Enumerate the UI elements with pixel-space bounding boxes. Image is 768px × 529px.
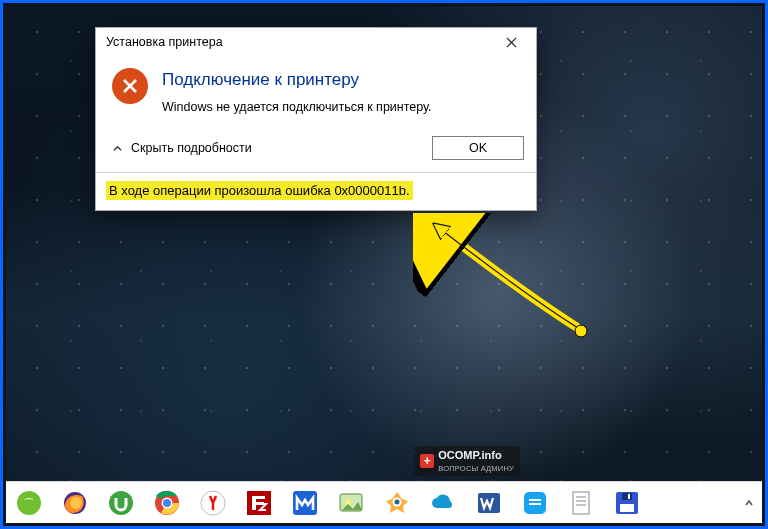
chevron-up-icon <box>112 143 123 154</box>
taskbar-firefox[interactable] <box>60 488 90 518</box>
tray-chevron-icon <box>744 496 754 510</box>
dialog-actions: Скрыть подробности OK <box>96 128 536 170</box>
firefox-icon <box>62 490 88 516</box>
xnview-icon <box>384 490 410 516</box>
watermark-badge: + OCOMP.info ВОПРОСЫ АДМИНУ <box>414 446 520 476</box>
ok-button-label: OK <box>469 141 487 155</box>
svg-point-19 <box>395 499 400 504</box>
svg-rect-23 <box>529 503 541 505</box>
taskbar-start[interactable] <box>14 488 44 518</box>
hide-details-toggle[interactable]: Скрыть подробности <box>112 141 252 155</box>
watermark-line2: ВОПРОСЫ АДМИНУ <box>438 464 514 473</box>
yandex-icon <box>200 490 226 516</box>
word-icon <box>476 490 502 516</box>
dialog-message: Windows не удается подключиться к принте… <box>162 100 432 114</box>
malwarebytes-icon <box>292 490 318 516</box>
hide-details-label: Скрыть подробности <box>131 141 252 155</box>
taskbar <box>6 481 762 523</box>
svg-rect-24 <box>573 492 589 514</box>
svg-rect-31 <box>628 494 630 499</box>
taskbar-utorrent[interactable] <box>106 488 136 518</box>
error-icon <box>112 68 148 104</box>
cloud-icon <box>430 490 456 516</box>
start-icon <box>16 490 42 516</box>
watermark-plus-icon: + <box>420 454 434 468</box>
taskbar-onedrive[interactable] <box>428 488 458 518</box>
floppy-icon <box>614 490 640 516</box>
taskbar-savedisk[interactable] <box>612 488 642 518</box>
chrome-icon <box>154 490 180 516</box>
svg-point-12 <box>163 499 171 507</box>
taskbar-word[interactable] <box>474 488 504 518</box>
filezilla-icon <box>246 490 272 516</box>
document-icon <box>568 490 594 516</box>
screenshot-frame: Установка принтера Подключение к принтер… <box>0 0 768 529</box>
svg-point-6 <box>17 491 41 515</box>
dialog-heading: Подключение к принтеру <box>162 70 432 90</box>
chat-icon <box>522 490 548 516</box>
watermark-line1: OCOMP.info <box>438 449 501 461</box>
details-pane: В ходе операции произошла ошибка 0x00000… <box>96 173 536 210</box>
close-icon <box>506 37 517 48</box>
system-tray[interactable] <box>744 496 754 510</box>
taskbar-notepad[interactable] <box>566 488 596 518</box>
dialog-title: Установка принтера <box>106 35 223 49</box>
taskbar-malwarebytes[interactable] <box>290 488 320 518</box>
utorrent-icon <box>108 490 134 516</box>
svg-rect-22 <box>529 499 541 501</box>
svg-point-8 <box>70 497 82 509</box>
close-button[interactable] <box>492 31 530 53</box>
taskbar-filezilla[interactable] <box>244 488 274 518</box>
taskbar-paint[interactable] <box>336 488 366 518</box>
taskbar-chrome[interactable] <box>152 488 182 518</box>
error-detail-text: В ходе операции произошла ошибка 0x00000… <box>106 181 413 200</box>
dialog-body: Подключение к принтеру Windows не удаетс… <box>96 56 536 128</box>
paint-icon <box>338 490 364 516</box>
svg-rect-30 <box>622 493 632 500</box>
taskbar-yandex[interactable] <box>198 488 228 518</box>
ok-button[interactable]: OK <box>432 136 524 160</box>
taskbar-messenger[interactable] <box>520 488 550 518</box>
printer-error-dialog: Установка принтера Подключение к принтер… <box>95 27 537 211</box>
svg-rect-29 <box>620 504 634 512</box>
dialog-titlebar[interactable]: Установка принтера <box>96 28 536 56</box>
taskbar-xnview[interactable] <box>382 488 412 518</box>
